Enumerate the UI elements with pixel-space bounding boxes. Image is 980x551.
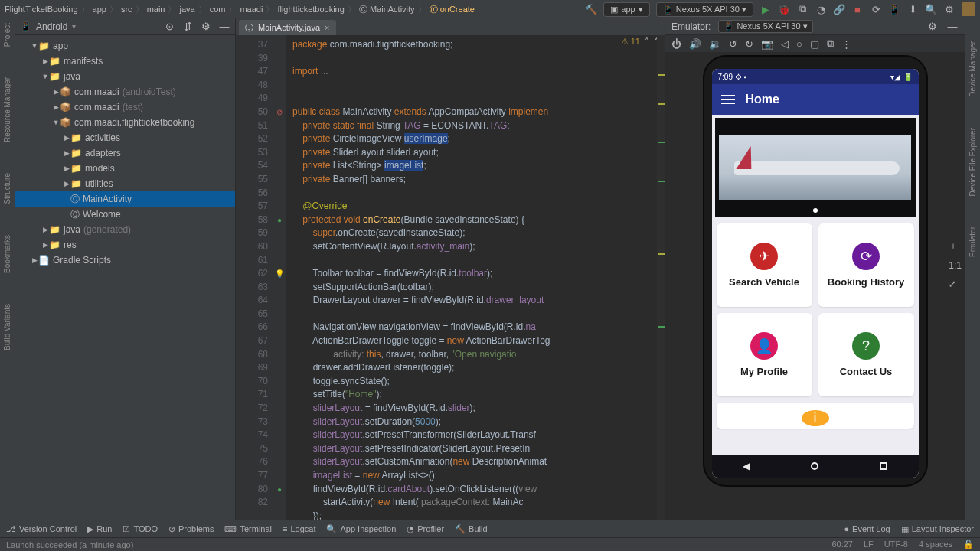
tree-node[interactable]: ▶📁java(generated) bbox=[15, 222, 235, 237]
volume-down-icon[interactable]: 🔉 bbox=[709, 38, 721, 50]
soft-recent-icon[interactable] bbox=[880, 462, 887, 470]
emulator-device-selector[interactable]: 📱 Nexus 5X API 30 ▾ bbox=[718, 20, 812, 33]
bottom-tab[interactable]: ⊘Problems bbox=[168, 524, 214, 534]
breadcrumb-segment[interactable]: Ⓒ MainActivity bbox=[359, 4, 415, 15]
attach-debugger-icon[interactable]: 🔗 bbox=[833, 3, 845, 15]
run-icon[interactable]: ▶ bbox=[760, 3, 772, 15]
tool-window-tab[interactable]: Structure bbox=[3, 173, 11, 204]
home-card-about[interactable]: i bbox=[717, 403, 914, 429]
tool-window-tab[interactable]: Resource Manager bbox=[3, 77, 11, 142]
bottom-tab[interactable]: ≡Logcat bbox=[283, 524, 315, 534]
status-indicator[interactable]: 4 spaces bbox=[919, 540, 952, 549]
hero-slider[interactable] bbox=[715, 118, 916, 217]
inspection-widget[interactable]: ⚠ 11 ˄˅ bbox=[621, 37, 658, 47]
breadcrumb-segment[interactable]: ⓜ onCreate bbox=[430, 4, 475, 15]
snapshot-icon[interactable]: ⧉ bbox=[827, 37, 834, 50]
zoom-out-icon[interactable]: ⤢ bbox=[949, 279, 962, 289]
breadcrumb-segment[interactable]: src bbox=[121, 5, 132, 14]
user-avatar[interactable] bbox=[962, 2, 975, 16]
build-hammer-icon[interactable]: 🔨 bbox=[585, 3, 597, 15]
lock-icon[interactable]: 🔓 bbox=[963, 540, 974, 549]
hide-icon[interactable]: — bbox=[218, 21, 230, 33]
profiler-icon[interactable]: ◔ bbox=[815, 3, 827, 15]
avd-manager-icon[interactable]: 📱 bbox=[888, 3, 900, 15]
tool-window-tab[interactable]: Device File Explorer bbox=[969, 128, 977, 196]
home-card[interactable]: ?Contact Us bbox=[818, 313, 914, 396]
tree-node[interactable]: ▶📁activities bbox=[15, 130, 235, 145]
bottom-tab[interactable]: ▦Layout Inspector bbox=[901, 524, 974, 534]
editor-tab-mainactivity[interactable]: Ⓙ MainActivity.java × bbox=[239, 20, 336, 35]
gutter-icons[interactable]: ⊘ ● 💡 ● ● bbox=[273, 35, 286, 520]
tree-node[interactable]: ▼📁java bbox=[15, 69, 235, 84]
volume-up-icon[interactable]: 🔊 bbox=[689, 38, 701, 50]
settings-gear-icon[interactable]: ⚙ bbox=[926, 21, 939, 33]
tree-node[interactable]: ⒸMainActivity bbox=[15, 191, 235, 207]
tool-window-tab[interactable]: Build Variants bbox=[3, 304, 11, 350]
close-tab-icon[interactable]: × bbox=[325, 23, 329, 32]
bottom-tab[interactable]: ⎇Version Control bbox=[6, 524, 77, 534]
device-selector[interactable]: 📱 Nexus 5X API 30 ▾ bbox=[656, 2, 753, 17]
tree-node[interactable]: ▶📄Gradle Scripts bbox=[15, 253, 235, 268]
home-card[interactable]: ✈Search Vehicle bbox=[717, 223, 812, 307]
select-opened-file-icon[interactable]: ⊙ bbox=[163, 21, 175, 33]
breadcrumb-segment[interactable]: app bbox=[93, 5, 106, 14]
breadcrumb-segment[interactable]: com bbox=[210, 5, 226, 14]
error-stripe[interactable] bbox=[657, 35, 665, 520]
project-view-selector[interactable]: Android bbox=[36, 21, 67, 32]
tool-window-tab[interactable]: Project bbox=[3, 23, 11, 47]
back-icon[interactable]: ◁ bbox=[781, 38, 789, 50]
breadcrumb-segment[interactable]: flightticketbooking bbox=[277, 5, 344, 14]
run-config-selector[interactable]: ▣ app ▾ bbox=[603, 2, 649, 17]
bottom-tab[interactable]: ⌨Terminal bbox=[224, 524, 272, 534]
bottom-tab[interactable]: ◔Profiler bbox=[407, 524, 444, 534]
tree-node[interactable]: ▶📦com.maadi(androidTest) bbox=[15, 84, 235, 99]
breadcrumb[interactable]: FlightTicketBooking〉app〉src〉main〉java〉co… bbox=[5, 4, 475, 15]
rotate-left-icon[interactable]: ↺ bbox=[729, 38, 737, 50]
search-everywhere-icon[interactable]: 🔍 bbox=[925, 3, 937, 15]
bottom-tab[interactable]: ●Event Log bbox=[844, 524, 890, 534]
bottom-tab[interactable]: ☑TODO bbox=[122, 524, 158, 534]
soft-back-icon[interactable]: ◀ bbox=[743, 461, 750, 471]
more-icon[interactable]: ⋮ bbox=[841, 38, 851, 50]
tool-window-tab[interactable]: Device Manager bbox=[969, 41, 977, 97]
power-icon[interactable]: ⏻ bbox=[671, 38, 681, 50]
overview-icon[interactable]: ▢ bbox=[810, 38, 819, 50]
tree-node[interactable]: ▶📁adapters bbox=[15, 145, 235, 161]
coverage-icon[interactable]: ⧉ bbox=[796, 3, 808, 15]
nav-drawer-icon[interactable] bbox=[721, 95, 735, 104]
status-indicator[interactable]: 60:27 bbox=[831, 540, 853, 549]
tree-node[interactable]: ▼📦com.maadi.flightticketbooking bbox=[15, 115, 235, 130]
settings-icon[interactable]: ⚙ bbox=[943, 3, 956, 15]
sdk-manager-icon[interactable]: ⬇ bbox=[906, 3, 919, 15]
line-number-gutter[interactable]: 3739474849505152535455565758596061626364… bbox=[236, 35, 273, 520]
code-area[interactable]: package com.maadi.flightticketbooking; i… bbox=[286, 35, 665, 520]
device-screen[interactable]: 7:09 ⚙ ▪ ▾◢🔋 Home ✈Search Vehicle⟳Bookin… bbox=[712, 69, 919, 478]
bottom-tab[interactable]: ▶Run bbox=[87, 524, 112, 534]
bottom-tab[interactable]: 🔍App Inspection bbox=[326, 524, 396, 534]
expand-all-icon[interactable]: ⇵ bbox=[181, 21, 194, 33]
bottom-tab[interactable]: 🔨Build bbox=[455, 524, 487, 534]
soft-home-icon[interactable] bbox=[811, 462, 818, 470]
hide-icon[interactable]: — bbox=[946, 21, 959, 33]
tree-node[interactable]: ▶📁utilities bbox=[15, 176, 235, 191]
home-card[interactable]: ⟳Booking History bbox=[818, 223, 914, 307]
settings-gear-icon[interactable]: ⚙ bbox=[200, 21, 212, 33]
status-indicator[interactable]: UTF-8 bbox=[884, 540, 908, 549]
sync-icon[interactable]: ⟳ bbox=[870, 3, 882, 15]
zoom-in-icon[interactable]: ＋ bbox=[949, 240, 962, 253]
breadcrumb-segment[interactable]: maadi bbox=[240, 5, 263, 14]
stop-icon[interactable]: ■ bbox=[851, 3, 864, 15]
home-icon[interactable]: ○ bbox=[796, 38, 802, 50]
breadcrumb-segment[interactable]: FlightTicketBooking bbox=[5, 5, 78, 14]
tree-node[interactable]: ▼📁app bbox=[15, 38, 235, 54]
screenshot-icon[interactable]: 📷 bbox=[761, 38, 773, 50]
breadcrumb-segment[interactable]: main bbox=[147, 5, 165, 14]
tree-node[interactable]: ▶📁models bbox=[15, 161, 235, 176]
debug-icon[interactable]: 🐞 bbox=[778, 3, 790, 15]
home-card[interactable]: 👤My Profile bbox=[717, 313, 812, 396]
tree-node[interactable]: ▶📁res bbox=[15, 237, 235, 253]
tree-node[interactable]: ⒸWelcome bbox=[15, 207, 235, 222]
tool-window-tab[interactable]: Emulator bbox=[969, 227, 977, 257]
tree-node[interactable]: ▶📦com.maadi(test) bbox=[15, 99, 235, 115]
status-indicator[interactable]: LF bbox=[864, 540, 874, 549]
